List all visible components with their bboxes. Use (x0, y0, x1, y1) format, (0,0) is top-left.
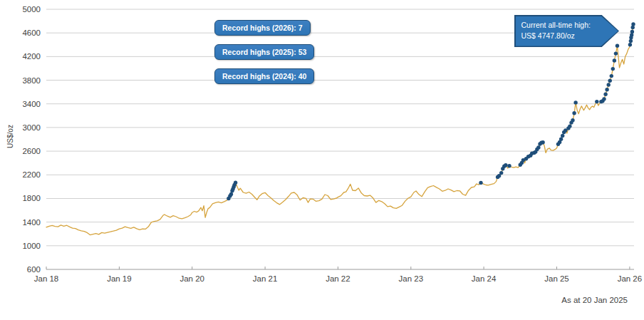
record-high-dot (628, 43, 632, 46)
record-high-dot (602, 97, 606, 100)
x-tick-label: Jan 26 (618, 274, 643, 283)
x-tick-label: Jan 24 (472, 274, 497, 283)
record-high-dot (608, 79, 612, 83)
y-tick-label: 3800 (22, 76, 41, 85)
record-high-dot (504, 163, 507, 167)
record-high-dot (536, 145, 540, 149)
y-axis-title: US$/oz (6, 115, 14, 158)
record-highs-2024-badge: Record highs (2024): 40 (214, 68, 314, 84)
record-highs-2025-label: Record highs (2025): 53 (222, 48, 306, 56)
record-high-dot (611, 67, 615, 71)
y-tick-label: 3400 (22, 100, 41, 108)
y-tick-label: 4200 (22, 52, 41, 61)
gold-price-chart: 6001000140018002200260030003400380042004… (0, 0, 644, 320)
record-high-dot (610, 74, 613, 78)
x-tick-label: Jan 25 (544, 274, 569, 283)
x-tick-label: Jan 19 (107, 274, 132, 283)
record-high-dot (561, 134, 564, 138)
y-tick-label: 3000 (22, 123, 41, 132)
record-high-dot (572, 111, 576, 115)
record-high-dot (229, 192, 233, 196)
y-tick-label: 1800 (22, 194, 41, 202)
x-tick-label: Jan 23 (399, 274, 424, 283)
y-tick-label: 1400 (22, 218, 41, 227)
record-high-dot (630, 33, 633, 36)
record-highs-2024-label: Record highs (2024): 40 (222, 72, 306, 81)
record-high-dot (507, 164, 511, 167)
y-tick-label: 1000 (22, 242, 41, 250)
x-tick-label: Jan 20 (180, 274, 204, 283)
y-tick-label: 600 (27, 265, 41, 274)
record-high-dot (559, 138, 563, 141)
record-high-dot (595, 100, 598, 103)
as-at-date-footnote: As at 20 Jan 2025 (561, 296, 628, 304)
record-high-dot (573, 100, 577, 104)
record-high-dot (629, 39, 633, 43)
record-high-dot (479, 181, 482, 185)
record-high-dot (603, 93, 607, 96)
all-time-high-callout-line1: Current all-time high: (521, 20, 618, 31)
x-tick-label: Jan 21 (253, 274, 278, 283)
record-high-dot (630, 30, 634, 33)
all-time-high-callout-arrow: Current all-time high: US$ 4747.80/oz (514, 15, 619, 47)
record-high-dot (234, 181, 237, 185)
record-high-dot (541, 140, 544, 144)
record-highs-2026-label: Record highs (2026): 7 (222, 24, 303, 32)
record-high-dot (613, 58, 616, 62)
all-time-high-callout: Current all-time high: US$ 4747.80/oz (516, 16, 618, 46)
record-high-dot (607, 83, 611, 86)
y-tick-label: 5000 (22, 5, 41, 14)
record-high-dot (631, 22, 635, 26)
record-high-dot (616, 44, 619, 48)
y-tick-label: 4600 (22, 29, 41, 37)
y-tick-label: 2200 (22, 170, 41, 179)
x-tick-label: Jan 22 (326, 274, 350, 283)
gold-price-line (46, 24, 633, 235)
record-high-dot (631, 26, 635, 29)
record-high-dot (571, 118, 574, 122)
gold-price-plot-area: 6001000140018002200260030003400380042004… (0, 0, 644, 320)
record-high-dot (614, 51, 618, 55)
record-highs-2026-badge: Record highs (2026): 7 (214, 20, 311, 36)
y-tick-label: 2600 (22, 147, 41, 155)
x-tick-label: Jan 18 (34, 274, 59, 283)
record-high-dot (499, 171, 503, 175)
record-high-dot (605, 88, 608, 91)
all-time-high-callout-line2: US$ 4747.80/oz (521, 31, 618, 42)
record-highs-2025-badge: Record highs (2025): 53 (214, 44, 314, 60)
record-high-dot (568, 124, 571, 128)
